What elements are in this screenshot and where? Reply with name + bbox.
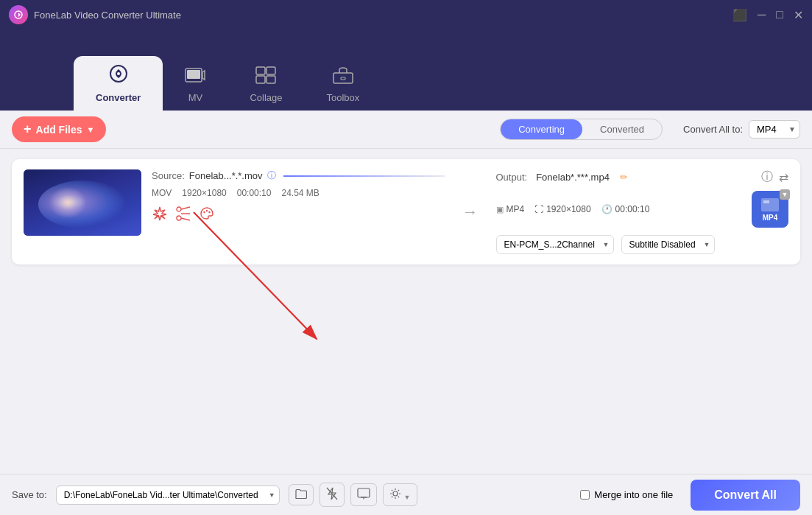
source-label: Source: <box>152 170 185 181</box>
info-icon[interactable]: ⓘ <box>267 169 276 182</box>
screen-settings-button[interactable] <box>350 483 377 506</box>
svg-rect-10 <box>341 77 345 80</box>
tab-mv-label: MV <box>188 92 203 103</box>
subtitle-select[interactable]: Subtitle Disabled No Subtitle <box>621 235 715 254</box>
audio-track-select[interactable]: EN-PCM_S...2Channel AAC Stereo <box>496 235 614 254</box>
output-duration-icon: 🕐 <box>601 204 612 214</box>
converter-icon <box>108 63 129 89</box>
chat-icon[interactable]: ⬛ <box>732 8 747 22</box>
format-select[interactable]: MP4 MKV AVI MOV MP3 <box>749 120 800 139</box>
file-resolution: 1920×1080 <box>182 188 226 198</box>
svg-point-24 <box>393 491 398 496</box>
conversion-tabs: Converting Converted <box>500 119 663 140</box>
svg-line-14 <box>181 218 190 220</box>
maximize-icon[interactable]: □ <box>776 8 783 21</box>
svg-line-13 <box>181 207 190 209</box>
bottom-bar: Save to: D:\FoneLab\FoneLab Vid...ter Ul… <box>0 474 812 515</box>
output-duration: 00:00:10 <box>615 204 650 214</box>
toolbar: + Add Files ▼ Converting Converted Conve… <box>0 111 812 149</box>
output-section: Output: Fonelab*.***.mp4 ✏ ⓘ ⇄ ▣ MP4 ⛶ 1… <box>496 169 789 254</box>
convert-all-label: Convert All to: <box>683 124 743 135</box>
bottom-tools: ▼ <box>289 483 417 507</box>
output-format-icon: ▣ <box>496 205 504 214</box>
svg-point-11 <box>177 216 181 220</box>
gear-settings-button[interactable]: ▼ <box>383 483 417 506</box>
svg-point-16 <box>203 211 205 213</box>
browse-folder-button[interactable] <box>289 484 314 505</box>
output-settings-button[interactable]: ⇄ <box>779 170 788 184</box>
arrow-separator: → <box>455 203 486 222</box>
title-bar: FoneLab Video Converter Ultimate ⬛ ─ □ ✕ <box>0 0 812 29</box>
svg-rect-8 <box>266 76 275 83</box>
tab-collage[interactable]: Collage <box>227 59 304 111</box>
tab-mv[interactable]: MV <box>163 59 227 111</box>
output-info-button[interactable]: ⓘ <box>761 169 773 185</box>
save-path-select[interactable]: D:\FoneLab\FoneLab Vid...ter Ultimate\Co… <box>56 486 280 505</box>
toolbox-icon <box>333 66 353 89</box>
plus-icon: + <box>24 122 32 137</box>
add-files-button[interactable]: + Add Files ▼ <box>12 116 106 142</box>
app-logo <box>9 5 28 24</box>
merge-checkbox[interactable]: Merge into one file <box>580 489 673 500</box>
tab-collage-label: Collage <box>250 92 282 103</box>
svg-rect-7 <box>256 76 265 83</box>
flash-off-button[interactable] <box>319 483 345 507</box>
file-duration: 00:00:10 <box>237 188 272 198</box>
convert-all-button[interactable]: Convert All <box>691 480 800 511</box>
badge-format-label: MP4 <box>763 214 778 222</box>
file-info: Source: Fonelab...*.*.mov ⓘ MOV 1920×108… <box>152 169 445 225</box>
output-label: Output: <box>496 172 528 183</box>
output-format-badge[interactable]: MP4 ▼ <box>752 191 788 228</box>
effects-icon[interactable] <box>152 206 168 225</box>
svg-rect-19 <box>761 198 779 211</box>
output-dropdowns: EN-PCM_S...2Channel AAC Stereo Subtitle … <box>496 235 789 254</box>
file-size: 24.54 MB <box>281 188 319 198</box>
tab-toolbox-label: Toolbox <box>327 92 360 103</box>
output-meta: ▣ MP4 ⛶ 1920×1080 🕐 00:00:10 <box>496 191 789 228</box>
mv-icon <box>185 66 205 89</box>
file-meta: MOV 1920×1080 00:00:10 24.54 MB <box>152 188 445 198</box>
svg-rect-5 <box>256 67 265 74</box>
file-actions <box>152 206 445 225</box>
save-to-label: Save to: <box>12 489 47 500</box>
file-thumbnail <box>24 169 141 236</box>
merge-checkbox-input[interactable] <box>580 490 590 500</box>
palette-icon[interactable] <box>199 206 215 225</box>
tab-toolbox[interactable]: Toolbox <box>305 59 382 111</box>
add-files-label: Add Files <box>36 124 82 136</box>
svg-rect-9 <box>333 73 353 83</box>
content-area: Source: Fonelab...*.*.mov ⓘ MOV 1920×108… <box>0 149 812 474</box>
output-format: MP4 <box>506 204 525 214</box>
tab-converter[interactable]: Converter <box>74 56 163 111</box>
tab-converting[interactable]: Converting <box>501 119 582 139</box>
source-filename: Fonelab...*.*.mov <box>189 170 263 181</box>
output-resolution-icon: ⛶ <box>534 204 543 214</box>
convert-all-to: Convert All to: MP4 MKV AVI MOV MP3 <box>683 120 800 139</box>
svg-rect-21 <box>358 488 370 497</box>
minimize-icon[interactable]: ─ <box>758 8 766 21</box>
file-format: MOV <box>152 188 172 198</box>
svg-point-2 <box>117 72 120 75</box>
nav-tabs: Converter MV Collage <box>0 29 812 111</box>
tab-converter-label: Converter <box>96 92 141 103</box>
app-title: FoneLab Video Converter Ultimate <box>34 10 181 21</box>
svg-point-18 <box>208 211 210 213</box>
svg-rect-6 <box>266 67 275 74</box>
file-item: Source: Fonelab...*.*.mov ⓘ MOV 1920×108… <box>12 159 800 264</box>
output-filename: Fonelab*.***.mp4 <box>536 172 610 183</box>
tab-converted[interactable]: Converted <box>582 119 662 139</box>
edit-icon[interactable]: ✏ <box>620 172 628 183</box>
collage-icon <box>255 66 276 89</box>
output-resolution: 1920×1080 <box>546 204 590 214</box>
close-icon[interactable]: ✕ <box>794 8 803 22</box>
add-files-dropdown-icon[interactable]: ▼ <box>87 125 95 134</box>
svg-point-12 <box>177 207 181 211</box>
merge-label: Merge into one file <box>594 489 673 500</box>
svg-point-17 <box>206 210 208 211</box>
svg-rect-4 <box>187 70 200 79</box>
cut-icon[interactable] <box>175 206 191 225</box>
